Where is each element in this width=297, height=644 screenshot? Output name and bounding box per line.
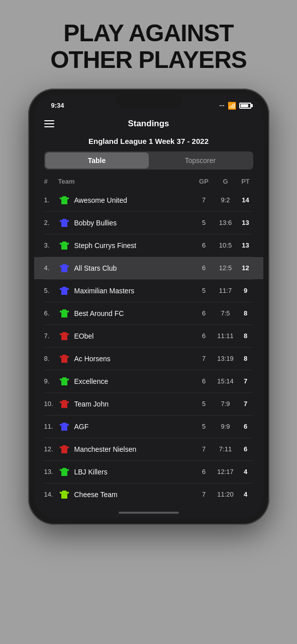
table-row: 5. Maximilian Masters 5 11:7 9: [34, 280, 263, 302]
rank-number: 12.: [44, 445, 58, 453]
shirt-icon: [58, 375, 70, 387]
g-value: 9:2: [213, 196, 238, 204]
shirt-icon: [58, 466, 70, 478]
rank-number: 4.: [44, 264, 58, 272]
tab-topscorer[interactable]: Topscorer: [149, 152, 252, 169]
pt-value: 4: [238, 468, 253, 475]
svg-marker-10: [60, 423, 69, 431]
team-name: LBJ Killers: [74, 468, 195, 476]
g-value: 7:9: [213, 400, 238, 408]
rank-number: 3.: [44, 242, 58, 249]
rank-number: 13.: [44, 468, 58, 475]
pt-value: 12: [238, 264, 253, 272]
gp-value: 6: [195, 332, 213, 340]
shirt-icon: [58, 239, 70, 252]
shirt-icon: [58, 421, 70, 433]
svg-marker-12: [60, 468, 69, 476]
phone-screen: 9:34 ··· 📶 Standings England League 1 We…: [34, 95, 263, 519]
team-name: Team John: [74, 400, 195, 408]
gp-value: 6: [195, 309, 213, 317]
pt-value: 8: [238, 309, 253, 317]
g-value: 12:17: [213, 468, 238, 475]
svg-marker-4: [60, 287, 69, 295]
gp-value: 7: [195, 445, 213, 453]
team-name: Awesome United: [74, 196, 195, 204]
team-name: All Stars Club: [74, 264, 195, 272]
gp-value: 5: [195, 400, 213, 408]
pt-value: 13: [238, 219, 253, 226]
table-row: 10. Team John 5 7:9 7: [34, 393, 263, 415]
headline: PLAY AGAINST OTHER PLAYERS: [35, 0, 262, 89]
table-row: 7. EObel 6 11:11 8: [34, 325, 263, 347]
tabs-container: Table Topscorer: [44, 151, 253, 170]
gp-value: 7: [195, 196, 213, 204]
home-indicator: [119, 512, 179, 514]
gp-value: 5: [195, 423, 213, 430]
pt-value: 6: [238, 445, 253, 453]
pt-value: 7: [238, 400, 253, 408]
g-value: 9:9: [213, 423, 238, 430]
rank-number: 9.: [44, 377, 58, 385]
team-name: Manchester Nielsen: [74, 445, 195, 453]
table-row: 6. Best Around FC 6 7:5 8: [34, 302, 263, 325]
table-row: 3. Steph Currys Finest 6 10:5 13: [34, 234, 263, 257]
battery-icon: [239, 103, 251, 109]
headline-line2: OTHER PLAYERS: [50, 46, 247, 73]
rank-number: 7.: [44, 332, 58, 340]
table-row: 2. Bobby Bullies 5 13:6 13: [34, 212, 263, 234]
g-value: 13:6: [213, 219, 238, 226]
gp-value: 6: [195, 377, 213, 385]
table-row: 14. Cheese Team 7 11:20 4: [34, 484, 263, 506]
rank-number: 10.: [44, 400, 58, 408]
rank-number: 5.: [44, 287, 58, 294]
gp-value: 7: [195, 355, 213, 362]
shirt-icon: [58, 353, 70, 365]
app-content: Standings England League 1 Week 37 - 202…: [34, 114, 263, 519]
g-value: 10:5: [213, 242, 238, 249]
team-name: AGF: [74, 423, 195, 431]
g-value: 11:11: [213, 332, 238, 340]
menu-button[interactable]: [44, 120, 54, 127]
svg-marker-6: [60, 332, 69, 340]
team-name: EObel: [74, 332, 195, 340]
phone-wrapper: 9:34 ··· 📶 Standings England League 1 We…: [28, 89, 269, 525]
team-name: Bobby Bullies: [74, 219, 195, 227]
shirt-icon: [58, 285, 70, 297]
nav-title: Standings: [128, 119, 169, 129]
gp-value: 6: [195, 264, 213, 272]
table-row: 8. Ac Horsens 7 13:19 8: [34, 348, 263, 370]
table-row: 4. All Stars Club 6 12:5 12: [34, 257, 263, 279]
gp-value: 6: [195, 242, 213, 249]
svg-marker-13: [60, 491, 69, 499]
rank-number: 1.: [44, 196, 58, 204]
rank-number: 8.: [44, 355, 58, 362]
g-value: 11:7: [213, 287, 238, 294]
svg-marker-5: [60, 309, 69, 317]
table-row: 13. LBJ Killers 6 12:17 4: [34, 461, 263, 483]
svg-marker-3: [60, 264, 69, 272]
table-row: 9. Excellence 6 15:14 7: [34, 370, 263, 392]
standings-list: 1. Awesome United 7 9:2 14 2. Bobby Bull…: [34, 189, 263, 506]
svg-marker-2: [60, 242, 69, 250]
shirt-icon: [58, 217, 70, 229]
rank-number: 2.: [44, 219, 58, 226]
team-name: Maximilian Masters: [74, 287, 195, 295]
table-header: # Team GP G PT: [34, 176, 263, 189]
pt-value: 14: [238, 196, 253, 204]
pt-value: 6: [238, 423, 253, 430]
gp-value: 7: [195, 491, 213, 498]
table-row: 12. Manchester Nielsen 7 7:11 6: [34, 438, 263, 460]
shirt-icon: [58, 489, 70, 501]
shirt-icon: [58, 307, 70, 319]
table-row: 1. Awesome United 7 9:2 14: [34, 189, 263, 211]
team-name: Excellence: [74, 377, 195, 385]
g-value: 13:19: [213, 355, 238, 362]
shirt-icon: [58, 262, 70, 274]
gp-value: 5: [195, 219, 213, 226]
nav-bar: Standings: [34, 114, 263, 134]
shirt-icon: [58, 194, 70, 206]
team-name: Steph Currys Finest: [74, 242, 195, 250]
tab-table[interactable]: Table: [45, 152, 149, 169]
team-name: Best Around FC: [74, 309, 195, 317]
signal-dots: ···: [219, 102, 224, 109]
